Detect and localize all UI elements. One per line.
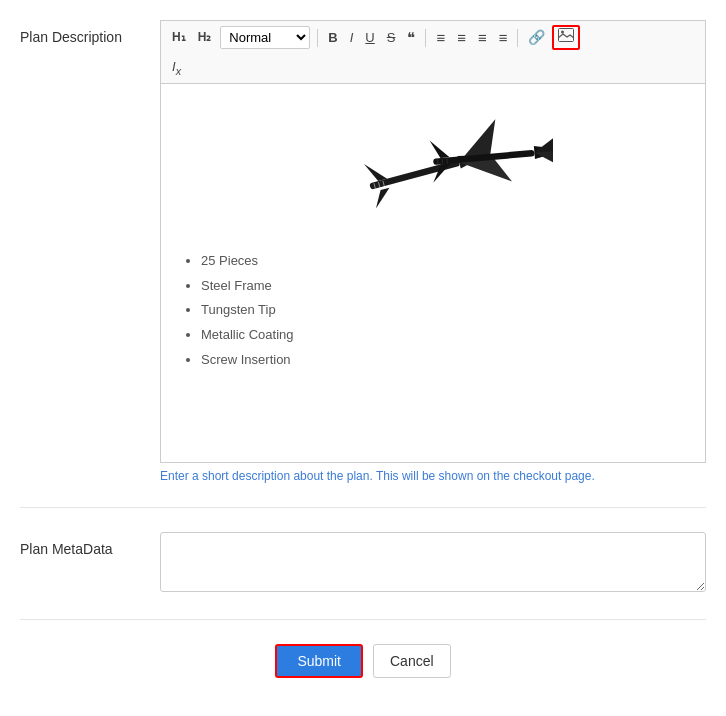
strikethrough-button[interactable]: S	[382, 27, 401, 49]
h1-button[interactable]: H₁	[167, 27, 191, 48]
italic-button[interactable]: I	[345, 27, 359, 49]
submit-button[interactable]: Submit	[275, 644, 363, 678]
editor-toolbar: H₁ H₂ Normal Heading 1 Heading 2 Heading…	[160, 20, 706, 54]
align-right-button[interactable]: ≡	[494, 25, 513, 50]
editor-toolbar-row2: Ix	[160, 54, 706, 83]
hint-text: Enter a short description about the plan…	[160, 469, 706, 483]
cancel-button[interactable]: Cancel	[373, 644, 451, 678]
bold-button[interactable]: B	[323, 27, 342, 49]
toolbar-divider-2	[425, 29, 426, 47]
broadhead-image	[313, 100, 553, 230]
toolbar-divider-1	[317, 29, 318, 47]
bullet-item-1: Steel Frame	[201, 274, 689, 299]
bullet-list: 25 Pieces Steel Frame Tungsten Tip Metal…	[177, 249, 689, 372]
h2-button[interactable]: H₂	[193, 27, 217, 48]
bullet-item-4: Screw Insertion	[201, 348, 689, 373]
align-left-button[interactable]: ≡	[473, 25, 492, 50]
svg-point-1	[561, 31, 564, 34]
svg-rect-0	[559, 29, 574, 42]
underline-button[interactable]: U	[360, 27, 379, 49]
editor-image-container	[177, 100, 689, 233]
bullet-item-3: Metallic Coating	[201, 323, 689, 348]
svg-marker-15	[430, 139, 450, 159]
form-actions: Submit Cancel	[20, 644, 706, 678]
plan-metadata-label: Plan MetaData	[20, 532, 160, 560]
ordered-list-button[interactable]: ≡	[431, 25, 450, 50]
bullet-item-0: 25 Pieces	[201, 249, 689, 274]
plan-description-row: Plan Description H₁ H₂ Normal Heading 1 …	[20, 20, 706, 508]
hint-text-link: This will be shown on the checkout page.	[376, 469, 595, 483]
format-select[interactable]: Normal Heading 1 Heading 2 Heading 3	[220, 26, 310, 49]
svg-marker-14	[534, 148, 553, 185]
toolbar-divider-3	[517, 29, 518, 47]
hint-text-start: Enter a short description about the plan…	[160, 469, 373, 483]
bullet-item-2: Tungsten Tip	[201, 298, 689, 323]
metadata-input[interactable]	[160, 532, 706, 592]
editor-container: H₁ H₂ Normal Heading 1 Heading 2 Heading…	[160, 20, 706, 483]
metadata-content	[160, 532, 706, 595]
blockquote-button[interactable]: ❝	[402, 25, 420, 50]
svg-marker-7	[372, 188, 394, 209]
plan-metadata-row: Plan MetaData	[20, 532, 706, 620]
image-icon	[558, 28, 574, 42]
editor-area[interactable]: 25 Pieces Steel Frame Tungsten Tip Metal…	[160, 83, 706, 463]
link-button[interactable]: 🔗	[523, 26, 550, 50]
image-button[interactable]	[552, 25, 580, 50]
unordered-list-button[interactable]: ≡	[452, 25, 471, 50]
clear-format-button[interactable]: Ix	[167, 56, 186, 81]
plan-description-label: Plan Description	[20, 20, 160, 48]
